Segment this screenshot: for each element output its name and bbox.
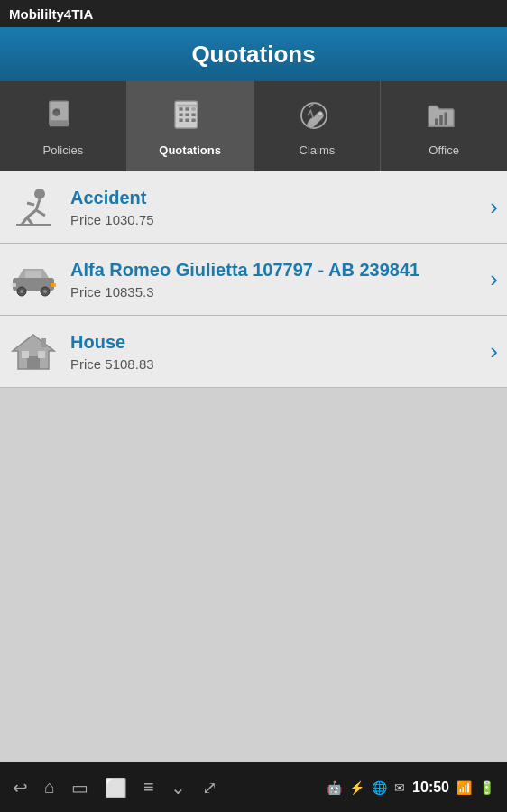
accident-text: Accident Price 1030.75 (70, 187, 483, 227)
fullscreen-icon[interactable]: ⤢ (202, 777, 217, 798)
tab-quotations-label: Quotations (159, 143, 221, 157)
house-text: House Price 5108.83 (70, 331, 483, 372)
wifi-icon: 📶 (456, 780, 472, 795)
accident-price: Price 1030.75 (70, 212, 483, 227)
svg-point-30 (20, 290, 23, 293)
globe-icon: 🌐 (372, 780, 387, 795)
car-title: Alfa Romeo Giulietta 107797 - AB 239841 (70, 259, 483, 281)
office-icon (422, 97, 466, 140)
car-chevron: › (490, 265, 498, 293)
quotations-icon (169, 97, 212, 140)
svg-rect-37 (27, 356, 40, 369)
page-header: Quotations (0, 27, 507, 81)
svg-rect-10 (179, 118, 182, 122)
svg-rect-9 (191, 113, 195, 116)
svg-rect-5 (185, 107, 189, 111)
android-icon: 🤖 (327, 780, 342, 795)
content-area: Accident Price 1030.75 › Alfa Romeo Giul… (0, 171, 507, 388)
svg-point-32 (43, 290, 47, 293)
svg-line-22 (27, 210, 36, 217)
tab-quotations[interactable]: Quotations (127, 81, 254, 171)
empty-space (0, 388, 507, 677)
bottom-right-icons: 🤖 ⚡ 🌐 ✉ 10:50 📶 🔋 (327, 780, 494, 796)
nav-tabs: Policies Quotations (0, 81, 507, 171)
tab-policies[interactable]: Policies (0, 81, 127, 171)
svg-rect-38 (22, 351, 29, 358)
svg-rect-19 (445, 112, 448, 125)
down-icon[interactable]: ⌄ (171, 777, 186, 798)
svg-rect-6 (191, 107, 195, 111)
svg-rect-34 (11, 283, 16, 287)
svg-rect-33 (25, 271, 41, 278)
time-display: 10:50 (412, 780, 449, 796)
list-item-car[interactable]: Alfa Romeo Giulietta 107797 - AB 239841 … (0, 244, 507, 316)
tab-office-label: Office (429, 143, 459, 157)
house-chevron: › (490, 337, 498, 365)
svg-rect-35 (51, 283, 56, 287)
svg-line-23 (36, 210, 45, 216)
menu-icon[interactable]: ≡ (143, 777, 154, 798)
page-title: Quotations (191, 41, 315, 69)
app-title: Mobililty4TIA (9, 6, 93, 22)
accident-title: Accident (70, 187, 483, 208)
car-text: Alfa Romeo Giulietta 107797 - AB 239841 … (70, 259, 483, 300)
svg-point-16 (318, 111, 323, 115)
svg-rect-12 (191, 118, 195, 122)
svg-rect-40 (41, 338, 46, 347)
house-title: House (70, 331, 483, 353)
car-price: Price 10835.3 (70, 284, 483, 300)
status-bar: Mobililty4TIA (0, 0, 507, 27)
house-icon (9, 328, 58, 376)
back-icon[interactable]: ↩ (13, 777, 28, 798)
svg-line-24 (27, 203, 34, 205)
battery-icon: 🔋 (479, 780, 494, 795)
svg-point-20 (34, 189, 45, 199)
email-icon: ✉ (394, 780, 405, 795)
bottom-bar: ↩ ⌂ ▭ ⬜ ≡ ⌄ ⤢ 🤖 ⚡ 🌐 ✉ 10:50 📶 🔋 (0, 762, 507, 812)
list-item-house[interactable]: House Price 5108.83 › (0, 316, 507, 388)
tab-office[interactable]: Office (381, 81, 507, 171)
accident-chevron: › (490, 193, 498, 221)
svg-line-26 (27, 217, 32, 225)
tab-claims-label: Claims (300, 143, 336, 157)
svg-rect-2 (50, 120, 69, 126)
svg-rect-17 (435, 118, 438, 125)
svg-rect-8 (185, 113, 189, 116)
svg-rect-11 (185, 118, 189, 122)
home-icon[interactable]: ⌂ (44, 777, 55, 798)
car-icon (9, 255, 58, 304)
svg-rect-18 (439, 115, 443, 125)
policies-icon (41, 97, 85, 140)
claims-icon (295, 97, 338, 140)
svg-rect-4 (179, 107, 182, 111)
tab-claims[interactable]: Claims (254, 81, 382, 171)
list-item-accident[interactable]: Accident Price 1030.75 › (0, 171, 507, 244)
accident-icon (9, 183, 58, 232)
house-price: Price 5108.83 (70, 356, 483, 372)
bottom-nav-icons: ↩ ⌂ ▭ ⬜ ≡ ⌄ ⤢ (13, 777, 217, 798)
screenshot-icon[interactable]: ⬜ (105, 777, 127, 798)
svg-rect-39 (38, 351, 45, 358)
recents-icon[interactable]: ▭ (71, 777, 88, 798)
usb-icon: ⚡ (349, 780, 364, 795)
svg-line-21 (36, 199, 40, 210)
tab-policies-label: Policies (42, 143, 83, 157)
svg-rect-13 (177, 104, 197, 106)
svg-rect-7 (179, 113, 182, 116)
